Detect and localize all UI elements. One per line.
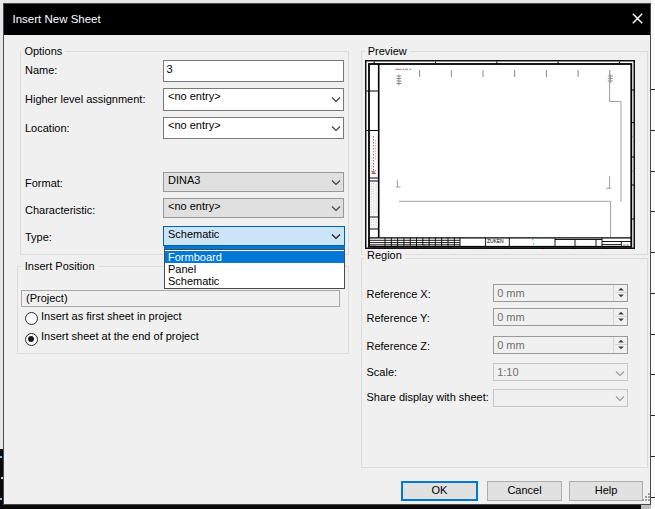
svg-text:ZUKEN: ZUKEN — [487, 238, 504, 244]
svg-text:P.: P. — [371, 169, 377, 174]
